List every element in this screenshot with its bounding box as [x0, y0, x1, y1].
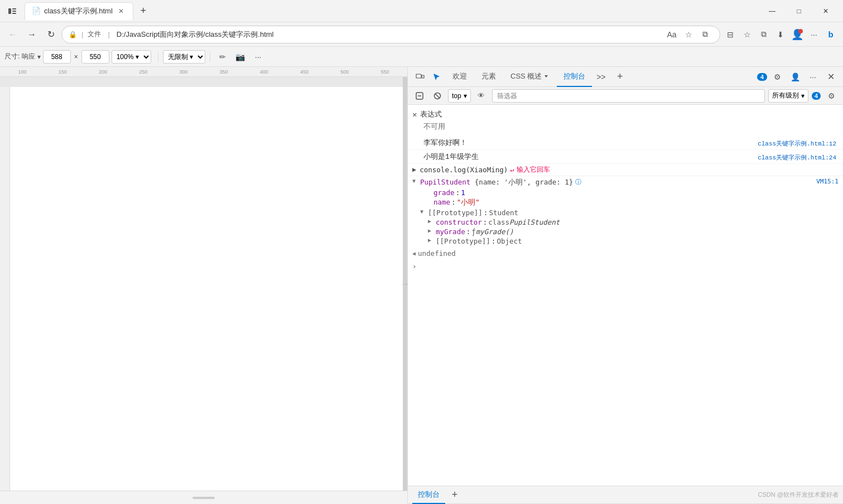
device-toggle-icon[interactable] [412, 69, 428, 85]
console-count-badge: 4 [812, 92, 821, 100]
top-context-dropdown[interactable]: top ▾ [448, 89, 471, 103]
close-button[interactable]: ✕ [813, 2, 839, 20]
favorites-bar-icon[interactable]: ☆ [739, 27, 755, 42]
expression-label: 表达式 [420, 109, 442, 119]
more-tools-icon[interactable]: ··· [806, 27, 822, 42]
address-right-icons: Aa ☆ ⧉ [664, 27, 713, 42]
console-eye-icon[interactable]: 👁 [474, 89, 489, 103]
throttle-select[interactable]: 无限制 ▾ [163, 50, 205, 64]
viewport-bottom-bar [0, 491, 407, 504]
message-badge: 4 [757, 73, 767, 81]
browser-tab-active[interactable]: 📄 class关键字示例.html ✕ [25, 2, 133, 20]
minimize-icon: — [769, 7, 775, 15]
log-link-1[interactable]: class关键字示例.html:12 [758, 138, 841, 148]
obj-collapse-arrow[interactable]: ▼ [412, 178, 420, 184]
user-icon[interactable]: 👤 [787, 69, 803, 85]
tab-add-button[interactable]: + [612, 69, 628, 85]
more-icon[interactable]: ··· [251, 49, 266, 65]
console-prompt-arrow: ▶ [412, 166, 416, 174]
obj-proto-object-value: Object [497, 237, 522, 245]
zoom-select[interactable]: 100% ▾ [112, 50, 151, 64]
expression-close-button[interactable]: ✕ [412, 110, 417, 119]
devtools-close-button[interactable]: ✕ [823, 69, 839, 85]
touch-icon[interactable]: ✏ [215, 49, 230, 65]
obj-brace-open [470, 178, 475, 186]
devtools-tab-bar: 欢迎 元素 CSS 概述 控制台 >> + 4 ⚙ 👤 ·· [408, 67, 843, 87]
downloads-icon[interactable]: ⬇ [773, 27, 788, 42]
svg-rect-1 [12, 8, 16, 9]
console-filter-input[interactable] [492, 89, 765, 103]
expression-title-row: ✕ 表达式 [412, 107, 839, 122]
tab-console[interactable]: 控制台 [557, 67, 592, 87]
undefined-row: ◀ undefined [412, 248, 839, 259]
new-tab-icon: + [141, 5, 147, 17]
minimize-button[interactable]: — [759, 2, 785, 20]
tab-more-button[interactable]: >> [593, 69, 609, 85]
reading-mode-icon[interactable]: Aa [664, 27, 680, 42]
favorites-icon[interactable]: ☆ [681, 27, 696, 42]
obj-prototype-arrow[interactable]: ▼ [420, 209, 428, 215]
console-settings-icon[interactable]: ⚙ [824, 89, 839, 103]
tab-close-button[interactable]: ✕ [116, 6, 126, 16]
svg-rect-0 [8, 8, 11, 14]
more-menu-icon[interactable]: ··· [805, 69, 821, 85]
new-tab-button[interactable]: + [136, 3, 151, 19]
main-area: 100 150 200 250 300 350 400 450 500 550 … [0, 67, 843, 504]
enter-label-text: 输入它回车 [517, 165, 550, 175]
obj-prototype-label: [[Prototype]] [428, 209, 483, 217]
svg-line-10 [436, 94, 440, 98]
obj-mygrade-arrow[interactable]: ▶ [428, 227, 436, 234]
sidebar-toggle-button[interactable] [4, 3, 20, 19]
obj-constructor-arrow[interactable]: ▶ [428, 218, 436, 224]
console-log-input-line: ▶ console.log(XiaoMing) ↵ 输入它回车 [408, 164, 843, 176]
collections-icon[interactable]: ⧉ [697, 27, 713, 42]
tab-elements[interactable]: 元素 [475, 67, 503, 87]
console-tab-item[interactable]: 控制台 [412, 486, 445, 504]
tab-css-overview[interactable]: CSS 概述 [504, 67, 556, 87]
log-text-2: 小明是1年级学生 [423, 152, 479, 162]
toolbar-separator-1 [158, 51, 158, 62]
title-bar: 📄 class关键字示例.html ✕ + — □ ✕ [0, 0, 843, 22]
settings-icon[interactable]: ⚙ [769, 69, 785, 85]
devtools-tab-right: 4 ⚙ 👤 ··· ✕ [757, 69, 839, 85]
screenshot-icon[interactable]: 📷 [233, 49, 248, 65]
obj-info-icon[interactable]: ⓘ [575, 178, 581, 186]
log-level-dropdown[interactable]: 所有级别 ▾ [768, 89, 808, 103]
bing-icon[interactable]: b [823, 27, 839, 42]
console-toolbar: top ▾ 👁 所有级别 ▾ 4 ⚙ [408, 87, 843, 105]
undefined-section: ◀ undefined [408, 247, 843, 260]
height-input[interactable] [81, 50, 109, 64]
obj-constructor-value: PupilStudent [509, 218, 560, 226]
console-prompt-row[interactable]: › [408, 260, 843, 273]
address-input-wrap[interactable]: 🔒 | 文件 | D:/JavaScript面向对象示例/class关键字示例.… [61, 26, 720, 43]
split-screen-icon[interactable]: ⊟ [722, 27, 738, 42]
obj-grade-key: grade [433, 188, 455, 197]
console-output[interactable]: ✕ 表达式 不可用 李军你好啊！ class关键字示例.html:12 [408, 105, 843, 486]
back-button[interactable]: ← [4, 26, 21, 43]
devtools-responsive-toolbar: 尺寸: 响应 ▾ × 100% ▾ 无限制 ▾ ✏ 📷 ··· [0, 47, 843, 67]
console-tab-add-icon: + [452, 489, 458, 501]
refresh-button[interactable]: ↻ [42, 26, 59, 43]
profile-icon[interactable]: 👤 [789, 27, 805, 42]
size-dropdown-icon: ▾ [37, 53, 41, 61]
console-tab-add-button[interactable]: + [447, 488, 462, 502]
collections-bar-icon[interactable]: ⧉ [756, 27, 772, 42]
address-separator: | [81, 30, 83, 38]
log-link-2[interactable]: class关键字示例.html:24 [758, 152, 841, 162]
tab-welcome[interactable]: 欢迎 [446, 67, 474, 87]
console-stop-icon[interactable] [430, 89, 445, 103]
forward-icon: → [27, 30, 36, 40]
level-dropdown-arrow: ▾ [801, 92, 805, 100]
forward-button[interactable]: → [23, 26, 40, 43]
inspect-toggle-icon[interactable] [429, 69, 445, 85]
maximize-button[interactable]: □ [786, 2, 812, 20]
devtools-panel: 欢迎 元素 CSS 概述 控制台 >> + 4 ⚙ 👤 ·· [407, 67, 843, 504]
width-input[interactable] [43, 50, 71, 64]
obj-proto-object-arrow[interactable]: ▶ [428, 237, 436, 243]
object-tree: ▼ PupilStudent {name: '小明', grade: 1} ⓘ … [408, 176, 843, 247]
undefined-collapse-arrow[interactable]: ◀ [412, 250, 416, 257]
svg-rect-3 [12, 13, 16, 14]
obj-source-link[interactable]: VM15:1 [816, 178, 839, 185]
console-block-icon[interactable] [412, 89, 427, 103]
resize-handle[interactable]: ⋮ [403, 77, 407, 491]
